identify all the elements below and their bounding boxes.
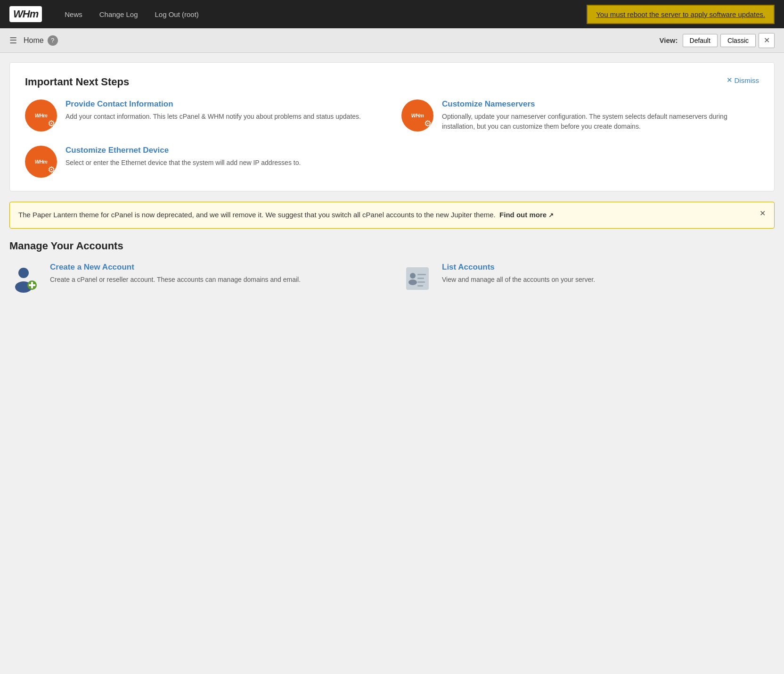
step-title-3[interactable]: Customize Ethernet Device	[65, 146, 301, 155]
gear-icon-2: ⚙	[424, 118, 432, 129]
svg-rect-10	[417, 281, 425, 283]
create-account-content: Create a New Account Create a cPanel or …	[50, 263, 301, 285]
settings-icon: ✕	[764, 36, 770, 45]
list-accounts-svg	[402, 263, 433, 294]
step-content-3: Customize Ethernet Device Select or ente…	[65, 146, 301, 168]
step-customize-nameservers: WHm ⚙ Customize Nameservers Optionally, …	[401, 99, 759, 132]
svg-point-0	[18, 268, 29, 278]
dismiss-label: Dismiss	[735, 76, 760, 84]
main-content: Important Next Steps ✕ Dismiss WHm ⚙ Pro…	[0, 53, 784, 304]
whm-logo-small-1: WHm	[35, 113, 48, 118]
step-desc-2: Optionally, update your nameserver confi…	[442, 112, 759, 132]
svg-point-6	[410, 273, 416, 279]
svg-rect-9	[417, 278, 424, 279]
steps-grid: WHm ⚙ Provide Contact Information Add yo…	[25, 99, 759, 178]
hamburger-icon[interactable]: ☰	[9, 35, 17, 46]
svg-point-7	[408, 279, 417, 285]
help-icon[interactable]: ?	[48, 35, 58, 46]
step-content-1: Provide Contact Information Add your con…	[65, 99, 361, 122]
list-accounts-icon-wrap	[401, 263, 433, 295]
reboot-banner[interactable]: You must reboot the server to apply soft…	[587, 5, 775, 24]
important-next-steps-card: Important Next Steps ✕ Dismiss WHm ⚙ Pro…	[9, 62, 775, 191]
nav-logout[interactable]: Log Out (root)	[146, 7, 207, 22]
whm-logo: WHm	[9, 6, 42, 22]
step-provide-contact: WHm ⚙ Provide Contact Information Add yo…	[25, 99, 383, 132]
nav-news[interactable]: News	[56, 7, 91, 22]
step-title-1[interactable]: Provide Contact Information	[65, 99, 361, 109]
list-accounts-content: List Accounts View and manage all of the…	[442, 263, 595, 285]
nav-links: News Change Log Log Out (root)	[56, 7, 587, 22]
create-account-desc: Create a cPanel or reseller account. The…	[50, 275, 301, 285]
create-account-icon-wrap	[9, 263, 41, 295]
view-default-button[interactable]: Default	[683, 34, 718, 47]
list-accounts-item: List Accounts View and manage all of the…	[401, 263, 775, 295]
external-link-icon: ↗	[548, 212, 554, 219]
step-customize-ethernet: WHm ⚙ Customize Ethernet Device Select o…	[25, 146, 383, 178]
svg-rect-4	[29, 284, 35, 286]
deprecation-close-button[interactable]: ✕	[760, 210, 766, 217]
dismiss-link[interactable]: ✕ Dismiss	[727, 76, 760, 84]
svg-rect-8	[417, 274, 426, 275]
whm-step-icon-2: WHm ⚙	[401, 99, 433, 132]
view-label: View:	[660, 36, 678, 44]
gear-icon-3: ⚙	[48, 164, 55, 175]
deprecation-banner: The Paper Lantern theme for cPanel is no…	[9, 202, 775, 229]
whm-step-icon-1: WHm ⚙	[25, 99, 57, 132]
manage-accounts-section: Manage Your Accounts Create a	[9, 240, 775, 295]
nav-changelog[interactable]: Change Log	[91, 7, 147, 22]
view-icon-button[interactable]: ✕	[759, 33, 775, 48]
whm-logo-small-3: WHm	[35, 159, 48, 164]
create-account-item: Create a New Account Create a cPanel or …	[9, 263, 383, 295]
view-controls: View: Default Classic ✕	[660, 33, 775, 48]
create-account-title[interactable]: Create a New Account	[50, 263, 301, 272]
find-out-more-link[interactable]: Find out more ↗	[498, 211, 554, 219]
step-title-2[interactable]: Customize Nameservers	[442, 99, 759, 109]
view-classic-button[interactable]: Classic	[720, 34, 756, 47]
card-title: Important Next Steps	[25, 76, 129, 88]
create-account-svg	[10, 263, 41, 294]
find-out-more-label: Find out more	[499, 211, 547, 219]
step-content-2: Customize Nameservers Optionally, update…	[442, 99, 759, 132]
deprecation-message: The Paper Lantern theme for cPanel is no…	[18, 211, 496, 219]
whm-logo-small-2: WHm	[411, 113, 424, 118]
subheader: ☰ Home ? View: Default Classic ✕	[0, 28, 784, 53]
step-desc-3: Select or enter the Ethernet device that…	[65, 158, 301, 168]
manage-accounts-title: Manage Your Accounts	[9, 240, 775, 252]
logo-text: WHm	[9, 6, 42, 22]
dismiss-x-icon: ✕	[727, 76, 733, 84]
home-link[interactable]: Home	[24, 36, 44, 45]
accounts-grid: Create a New Account Create a cPanel or …	[9, 263, 775, 295]
top-navigation: WHm News Change Log Log Out (root) You m…	[0, 0, 784, 28]
svg-rect-11	[417, 285, 423, 287]
card-header: Important Next Steps ✕ Dismiss	[25, 76, 759, 99]
list-accounts-title[interactable]: List Accounts	[442, 263, 595, 272]
list-accounts-desc: View and manage all of the accounts on y…	[442, 275, 595, 285]
gear-icon-1: ⚙	[48, 118, 55, 129]
deprecation-text: The Paper Lantern theme for cPanel is no…	[18, 210, 753, 221]
step-desc-1: Add your contact information. This lets …	[65, 112, 361, 122]
whm-step-icon-3: WHm ⚙	[25, 146, 57, 178]
